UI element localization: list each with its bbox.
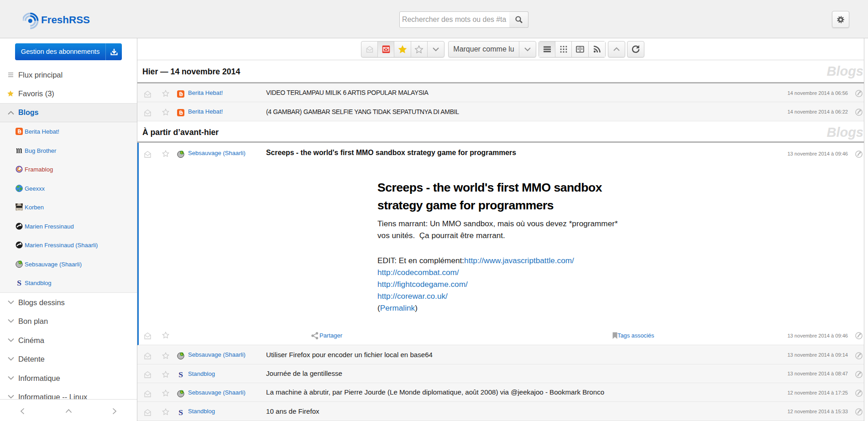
- svg-text:S: S: [178, 371, 183, 378]
- svg-text:S: S: [178, 409, 183, 416]
- svg-text:S: S: [17, 279, 21, 286]
